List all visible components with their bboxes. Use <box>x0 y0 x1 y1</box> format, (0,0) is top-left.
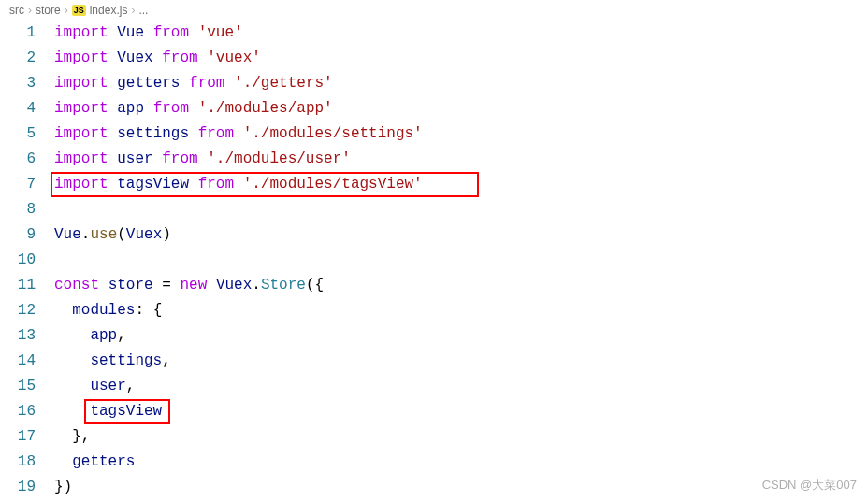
line-number: 12 <box>2 298 36 323</box>
chevron-right-icon: › <box>131 4 135 17</box>
code-area[interactable]: import Vue from 'vue' import Vuex from '… <box>54 21 868 500</box>
line-number: 11 <box>2 273 36 298</box>
line-number: 8 <box>2 197 36 222</box>
breadcrumb-item[interactable]: src <box>9 4 24 17</box>
line-number: 13 <box>2 323 36 349</box>
code-editor[interactable]: 1 2 3 4 5 6 7 8 9 10 11 12 13 14 15 16 1… <box>0 21 868 500</box>
watermark: CSDN @大菜007 <box>762 477 857 494</box>
code-line[interactable]: Vue.use(Vuex) <box>54 222 868 248</box>
js-icon: JS <box>72 5 86 16</box>
line-number-gutter: 1 2 3 4 5 6 7 8 9 10 11 12 13 14 15 16 1… <box>2 21 54 500</box>
breadcrumb-item[interactable]: store <box>36 4 61 17</box>
code-line[interactable]: import tagsView from './modules/tagsView… <box>54 172 868 197</box>
code-line[interactable]: const store = new Vuex.Store({ <box>54 273 868 298</box>
line-number: 18 <box>2 450 36 475</box>
line-number: 7 <box>2 172 36 197</box>
line-number: 16 <box>2 399 36 424</box>
breadcrumb: src › store › JS index.js › ... <box>0 0 868 21</box>
chevron-right-icon: › <box>65 4 68 17</box>
code-line[interactable]: import user from './modules/user' <box>54 147 868 172</box>
code-line[interactable]: }, <box>54 424 868 450</box>
line-number: 4 <box>2 96 36 122</box>
breadcrumb-item[interactable]: index.js <box>90 4 128 17</box>
line-number: 10 <box>2 248 36 273</box>
line-number: 2 <box>2 46 36 71</box>
code-line[interactable] <box>54 197 868 222</box>
code-line[interactable]: import Vuex from 'vuex' <box>54 46 868 71</box>
code-line[interactable]: import Vue from 'vue' <box>54 21 868 46</box>
code-line[interactable]: modules: { <box>54 298 868 323</box>
breadcrumb-item[interactable]: ... <box>138 4 148 17</box>
line-number: 19 <box>2 475 36 500</box>
code-line[interactable]: import app from './modules/app' <box>54 96 868 122</box>
code-line[interactable]: tagsView <box>54 399 868 424</box>
line-number: 14 <box>2 349 36 374</box>
code-line[interactable]: import getters from './getters' <box>54 71 868 96</box>
line-number: 3 <box>2 71 36 96</box>
line-number: 17 <box>2 424 36 450</box>
code-line[interactable]: import settings from './modules/settings… <box>54 122 868 147</box>
line-number: 1 <box>2 21 36 46</box>
code-line[interactable]: user, <box>54 374 868 399</box>
code-line[interactable]: app, <box>54 323 868 349</box>
code-line[interactable]: settings, <box>54 349 868 374</box>
chevron-right-icon: › <box>28 4 32 17</box>
line-number: 15 <box>2 374 36 399</box>
line-number: 5 <box>2 122 36 147</box>
code-line[interactable]: }) <box>54 475 868 500</box>
code-line[interactable]: getters <box>54 450 868 475</box>
line-number: 6 <box>2 147 36 172</box>
code-line[interactable] <box>54 248 868 273</box>
line-number: 9 <box>2 222 36 248</box>
